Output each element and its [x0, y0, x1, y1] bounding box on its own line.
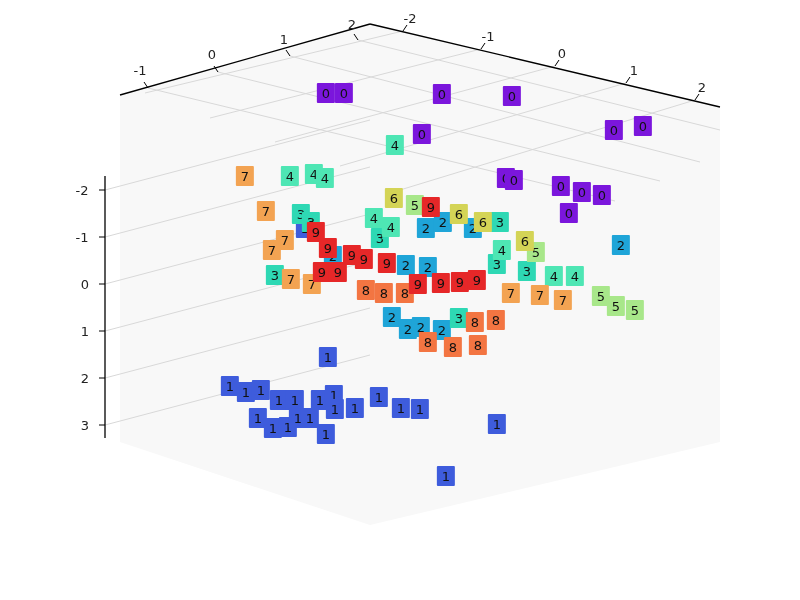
- scatter-point: 6: [474, 212, 492, 232]
- scatter-point: 9: [422, 197, 440, 217]
- scatter-point: 9: [378, 253, 396, 273]
- ztick-0: 0: [81, 277, 89, 292]
- scatter-point: 0: [605, 120, 623, 140]
- scatter-point: 4: [382, 217, 400, 237]
- svg-line-22: [626, 77, 630, 83]
- ytick-1: 1: [630, 63, 638, 78]
- scatter-point: 1: [411, 399, 429, 419]
- scatter-point: 1: [317, 424, 335, 444]
- scatter-point: 1: [252, 380, 270, 400]
- scatter-point: 1: [392, 398, 410, 418]
- scatter-point: 6: [516, 231, 534, 251]
- scatter-point: 1: [488, 414, 506, 434]
- scatter-point: 8: [487, 310, 505, 330]
- xtick-1: 1: [280, 32, 288, 47]
- scatter-point: 4: [281, 166, 299, 186]
- scatter-point: 0: [413, 124, 431, 144]
- scatter-point: 9: [409, 274, 427, 294]
- ytick--2: -2: [404, 11, 417, 26]
- scatter-point: 0: [634, 116, 652, 136]
- svg-line-23: [695, 94, 699, 100]
- scatter-point: 0: [573, 182, 591, 202]
- svg-line-19: [403, 25, 407, 31]
- scatter-point: 4: [365, 208, 383, 228]
- scatter-point: 4: [386, 135, 404, 155]
- scatter-point: 8: [466, 312, 484, 332]
- scatter-point: 7: [282, 269, 300, 289]
- scatter-point: 0: [593, 185, 611, 205]
- scatter-point: 3: [518, 261, 536, 281]
- scatter-point: 4: [316, 168, 334, 188]
- scatter-point: 1: [319, 347, 337, 367]
- scatter-point: 9: [468, 270, 486, 290]
- scatter-point: 7: [263, 240, 281, 260]
- ytick-0: 0: [558, 46, 566, 61]
- scatter-point: 8: [469, 335, 487, 355]
- ztick-2: 2: [81, 371, 89, 386]
- scatter-point: 0: [552, 176, 570, 196]
- scatter-point: 0: [503, 86, 521, 106]
- scatter-point: 1: [286, 390, 304, 410]
- chart-3d-scatter: -1 0 1 2 -2 -1 0 1 2 -2 -1 0 1 2 3 00000…: [0, 0, 800, 600]
- scatter-point: 8: [419, 332, 437, 352]
- scatter-point: 7: [554, 290, 572, 310]
- scatter-point: 7: [236, 166, 254, 186]
- scatter-point: 0: [560, 203, 578, 223]
- ztick--2: -2: [76, 183, 89, 198]
- scatter-point: 1: [437, 466, 455, 486]
- scatter-point: 6: [385, 188, 403, 208]
- scatter-point: 7: [257, 201, 275, 221]
- scatter-point: 7: [502, 283, 520, 303]
- svg-line-20: [481, 43, 485, 49]
- scatter-point: 8: [444, 337, 462, 357]
- xtick--1: -1: [134, 63, 147, 78]
- ytick--1: -1: [482, 29, 495, 44]
- scatter-point: 3: [491, 212, 509, 232]
- xtick-2: 2: [348, 17, 356, 32]
- ticks-z: [99, 190, 105, 425]
- scatter-point: 9: [355, 249, 373, 269]
- scatter-point: 4: [545, 266, 563, 286]
- scatter-point: 1: [370, 387, 388, 407]
- svg-line-21: [555, 60, 559, 66]
- scatter-point: 2: [417, 218, 435, 238]
- scatter-point: 4: [493, 240, 511, 260]
- scatter-point: 7: [531, 285, 549, 305]
- scatter-point: 1: [326, 399, 344, 419]
- ztick-1: 1: [81, 324, 89, 339]
- scatter-point: 9: [319, 238, 337, 258]
- ztick--1: -1: [76, 230, 89, 245]
- scatter-point: 8: [357, 280, 375, 300]
- scatter-point: 5: [607, 296, 625, 316]
- xtick-0: 0: [208, 47, 216, 62]
- scatter-point: 2: [397, 255, 415, 275]
- scatter-point: 0: [317, 83, 335, 103]
- scatter-point: 9: [329, 262, 347, 282]
- scatter-point: 0: [505, 170, 523, 190]
- ztick-3: 3: [81, 418, 89, 433]
- scatter-point: 0: [433, 84, 451, 104]
- scatter-point: 9: [451, 272, 469, 292]
- scatter-point: 8: [375, 283, 393, 303]
- scatter-point: 9: [432, 273, 450, 293]
- scatter-point: 5: [626, 300, 644, 320]
- scatter-point: 2: [612, 235, 630, 255]
- scatter-point: 0: [335, 83, 353, 103]
- scatter-point: 1: [346, 398, 364, 418]
- ytick-2: 2: [698, 80, 706, 95]
- scatter-point: 6: [450, 204, 468, 224]
- scatter-point: 4: [566, 266, 584, 286]
